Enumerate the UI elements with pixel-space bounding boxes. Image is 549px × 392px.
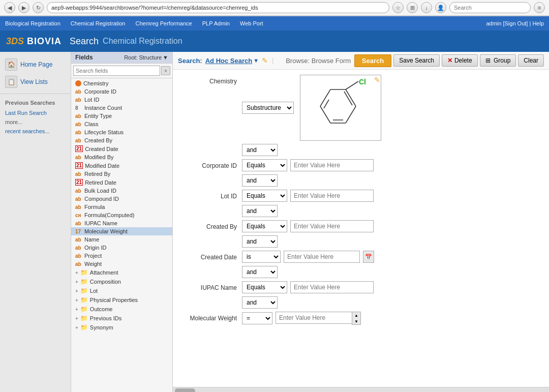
field-item-retired-date[interactable]: 21 Retired Date (71, 178, 172, 187)
field-item-lot-id[interactable]: ab Lot ID (71, 96, 172, 104)
download-button[interactable]: ↓ (421, 2, 432, 13)
delete-button[interactable]: ✕ Delete (442, 54, 478, 67)
and-select-1[interactable]: andornot (242, 144, 278, 156)
search-dropdown-icon[interactable]: ▼ (253, 57, 259, 64)
corporate-id-input[interactable] (290, 159, 374, 171)
field-item-name[interactable]: ab Name (71, 235, 172, 244)
mw-spin-up-button[interactable]: ▲ (352, 312, 360, 318)
lot-id-select[interactable]: EqualsContainsStarts With (242, 190, 287, 202)
nav-plp-admin[interactable]: PLP Admin (202, 18, 230, 28)
scrollbar-thumb[interactable] (175, 388, 195, 393)
iupac-name-input[interactable] (290, 281, 374, 293)
field-item-iupac-name[interactable]: ab IUPAC Name (71, 219, 172, 227)
created-by-label: Created By (181, 220, 242, 230)
field-item-retired-by[interactable]: ab Retired By (71, 170, 172, 178)
field-label: Modified By (84, 154, 113, 160)
created-date-select[interactable]: isbeforeafterbetween (242, 251, 281, 263)
and-select-5[interactable]: andornot (242, 266, 278, 278)
field-item-modified-date[interactable]: 21 Modified Date (71, 161, 172, 170)
save-search-button[interactable]: Save Search (393, 54, 440, 67)
corporate-id-select[interactable]: EqualsContainsStarts With (242, 159, 287, 171)
group-button[interactable]: ⊞ Group (480, 54, 516, 67)
molecular-weight-input[interactable] (276, 312, 352, 324)
created-by-input[interactable] (290, 220, 374, 232)
field-item-class[interactable]: ab Class (71, 120, 172, 128)
field-item-entity-type[interactable]: ab Entity Type (71, 112, 172, 120)
refresh-button[interactable]: ↻ (33, 2, 44, 13)
calendar-button[interactable]: 📅 (363, 251, 374, 263)
field-item-formula-computed[interactable]: cн Formula(Computed) (71, 211, 172, 219)
field-item-weight[interactable]: ab Weight (71, 260, 172, 268)
field-item-lifecycle-status[interactable]: ab Lifecycle Status (71, 128, 172, 136)
back-button[interactable]: ◀ (4, 2, 15, 13)
content-area: Chemistry Substructure Exact Similarity … (173, 70, 549, 387)
search-edit-icon[interactable]: ✎ (262, 56, 268, 65)
field-item-modified-by[interactable]: ab Modified By (71, 153, 172, 161)
folder-outcome[interactable]: + 📁 Outcome (71, 305, 172, 314)
chemistry-edit-icon[interactable]: ✎ (374, 76, 380, 84)
field-label: Corporate ID (84, 88, 116, 95)
field-item-chemistry[interactable]: Chemistry (71, 79, 172, 87)
folder-synonym[interactable]: + 📁 Synonym (71, 323, 172, 332)
molecular-weight-operator-select[interactable]: =<><=>=between (242, 312, 272, 324)
field-item-instance-count[interactable]: 8 Instance Count (71, 104, 172, 112)
user-button[interactable]: 👤 (435, 2, 446, 13)
field-item-corporate-id[interactable]: ab Corporate ID (71, 87, 172, 96)
sidebar-item-view-lists[interactable]: 📋 View Lists (0, 73, 71, 91)
lot-id-input[interactable] (290, 190, 374, 202)
search-button[interactable]: Search (354, 54, 391, 67)
field-item-created-date[interactable]: 21 Created Date (71, 144, 172, 153)
field-item-molecular-weight[interactable]: 17 Molecular Weight (71, 227, 172, 235)
folder-lot[interactable]: + 📁 Lot (71, 286, 172, 295)
browser-search-input[interactable] (449, 2, 531, 13)
iupac-name-select[interactable]: EqualsContainsStarts With (242, 281, 287, 293)
bookmark-button[interactable]: ☆ (392, 2, 404, 13)
menu-button[interactable]: ≡ (534, 2, 545, 13)
and-select-2[interactable]: andornot (242, 174, 278, 187)
fields-search-input[interactable] (73, 66, 160, 76)
and-select-6[interactable]: andornot (242, 296, 278, 309)
folder-attachment[interactable]: + 📁 Attachment (71, 268, 172, 277)
folder-composition[interactable]: + 📁 Composition (71, 277, 172, 286)
nav-chemical-registration[interactable]: Chemical Registration (71, 18, 126, 28)
field-item-formula[interactable]: ab Formula (71, 203, 172, 211)
and-select-3[interactable]: andornot (242, 205, 278, 217)
expand-icon: + (75, 297, 78, 303)
field-item-origin-id[interactable]: ab Origin ID (71, 244, 172, 252)
url-bar[interactable] (47, 2, 389, 13)
sidebar-item-home[interactable]: 🏠 Home Page (0, 56, 71, 73)
more-link[interactable]: more... (0, 117, 71, 127)
nav-biological-registration[interactable]: Biological Registration (5, 18, 60, 28)
clear-button[interactable]: Clear (518, 54, 544, 67)
search-name-link[interactable]: Ad Hoc Search (205, 57, 252, 65)
chemistry-type-select[interactable]: Substructure Exact Similarity Full Struc… (242, 102, 294, 114)
chemistry-sketch-box[interactable]: Cl (300, 75, 381, 141)
nav-chemreg-performance[interactable]: Chemreg Performance (135, 18, 192, 28)
folder-physical-properties[interactable]: + 📁 Physical Properties (71, 295, 172, 305)
field-item-compound-id[interactable]: ab Compound ID (71, 195, 172, 203)
field-item-created-by[interactable]: ab Created By (71, 136, 172, 144)
field-item-bulk-load-id[interactable]: ab Bulk Load ID (71, 187, 172, 195)
and-select-4[interactable]: andornot (242, 235, 278, 248)
bookmarks-button[interactable]: ⊞ (407, 2, 418, 13)
field-item-project[interactable]: ab Project (71, 252, 172, 260)
folder-icon: 📁 (80, 306, 88, 313)
fields-root-dropdown[interactable]: Root: Structure ▼ (124, 54, 168, 61)
fields-clear-button[interactable]: × (161, 66, 170, 75)
nav-web-port[interactable]: Web Port (240, 18, 263, 28)
recent-searches-link[interactable]: recent searches... (0, 127, 71, 136)
folder-icon: 📁 (80, 269, 88, 276)
lot-id-label: Lot ID (181, 190, 242, 200)
created-by-select[interactable]: EqualsContainsStarts With (242, 220, 287, 232)
delete-x-icon: ✕ (447, 57, 452, 64)
nav-user-info: admin [Sign Out] | Help (486, 20, 544, 26)
horizontal-scrollbar[interactable] (173, 387, 549, 392)
mw-spin-down-button[interactable]: ▼ (352, 318, 360, 324)
created-date-input[interactable] (284, 251, 360, 263)
field-label: Entity Type (84, 113, 112, 119)
app-header: 3DS BIOVIA Search Chemical Registration (0, 31, 549, 52)
field-label: Formula (84, 204, 105, 210)
folder-previous-ids[interactable]: + 📁 Previous IDs (71, 314, 172, 323)
forward-button[interactable]: ▶ (18, 2, 29, 13)
last-run-search-link[interactable]: Last Run Search (0, 108, 71, 117)
